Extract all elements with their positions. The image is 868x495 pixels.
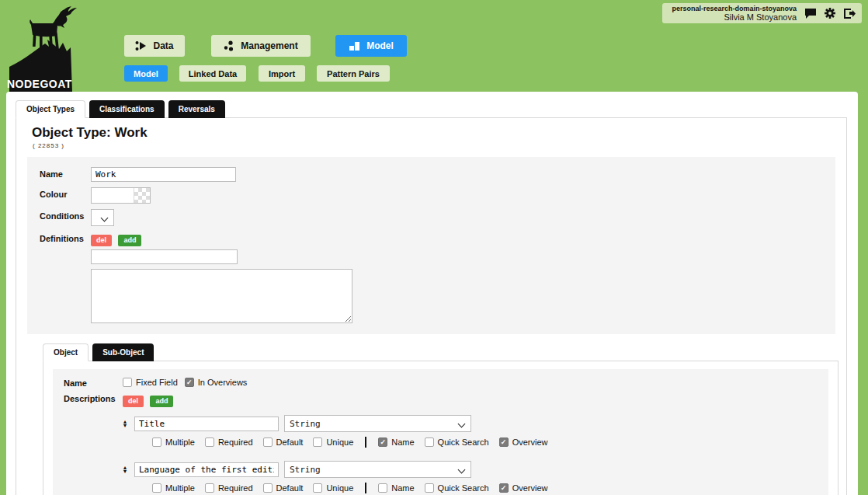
- subnav-pattern-pairs-label: Pattern Pairs: [327, 69, 380, 78]
- colour-value-field[interactable]: [92, 188, 134, 203]
- description-name-input[interactable]: [134, 462, 279, 477]
- tab-reversals-label: Reversals: [179, 105, 215, 113]
- page-title: Object Type: Work: [32, 125, 846, 141]
- nav-model-label: Model: [366, 40, 394, 51]
- description-type-select[interactable]: String: [284, 415, 471, 432]
- definitions-del-button[interactable]: del: [91, 235, 112, 246]
- default-option[interactable]: Default: [263, 483, 304, 493]
- required-option[interactable]: Required: [205, 437, 253, 447]
- name-checkbox[interactable]: [378, 483, 387, 493]
- main-content: Object Types Classifications Reversals O…: [6, 92, 858, 495]
- subnav-linked-data-label: Linked Data: [189, 69, 237, 78]
- tab-classifications[interactable]: Classifications: [89, 100, 165, 118]
- subnav-import-button[interactable]: Import: [259, 65, 305, 82]
- definition-text-area[interactable]: [91, 269, 352, 323]
- overview-option[interactable]: Overview: [499, 437, 548, 447]
- name-label: Name: [40, 167, 91, 179]
- required-checkbox[interactable]: [205, 483, 214, 493]
- multiple-checkbox[interactable]: [152, 483, 161, 493]
- logo-wordmark: NODEGOAT: [7, 78, 72, 90]
- subnav-linked-data-button[interactable]: Linked Data: [179, 65, 246, 82]
- object-type-id: ( 22853 ): [33, 142, 846, 149]
- logout-icon[interactable]: [843, 8, 856, 19]
- multiple-option[interactable]: Multiple: [152, 483, 195, 493]
- colour-transparency-swatch[interactable]: [134, 188, 150, 203]
- quick-search-checkbox[interactable]: [425, 483, 434, 493]
- unique-checkbox[interactable]: [313, 437, 322, 447]
- colour-picker[interactable]: [91, 187, 151, 204]
- default-checkbox[interactable]: [263, 437, 273, 447]
- data-icon: [135, 40, 147, 51]
- colour-label: Colour: [40, 187, 91, 199]
- object-name-label: Name: [64, 377, 123, 388]
- sort-handle-icon[interactable]: [121, 420, 129, 427]
- descriptions-add-button[interactable]: add: [150, 396, 173, 407]
- name-input[interactable]: [91, 167, 236, 182]
- nav-management-label: Management: [241, 40, 297, 51]
- sort-handle-icon[interactable]: [121, 465, 129, 473]
- definition-name-input[interactable]: [91, 249, 238, 264]
- default-checkbox[interactable]: [263, 483, 273, 493]
- overview-checkbox[interactable]: [499, 483, 509, 493]
- main-tabs: Object Types Classifications Reversals: [16, 100, 225, 118]
- nav-data-button[interactable]: Data: [124, 35, 185, 57]
- unique-checkbox[interactable]: [313, 483, 322, 493]
- messages-icon[interactable]: [804, 8, 817, 19]
- required-option[interactable]: Required: [205, 483, 253, 493]
- fixed-field-checkbox[interactable]: [123, 378, 132, 387]
- tab-sub-object-label: Sub-Object: [102, 348, 144, 357]
- default-option[interactable]: Default: [263, 437, 304, 447]
- tab-object[interactable]: Object: [43, 343, 89, 361]
- user-info: personal-research-domain-stoyanova Silvi…: [672, 5, 797, 23]
- name-checkbox[interactable]: [378, 437, 387, 447]
- object-subobject-tabs: Object Sub-Object: [43, 343, 846, 361]
- description-row: String Multiple Required: [121, 461, 818, 493]
- checkbox-group-separator: [365, 483, 366, 493]
- conditions-label: Conditions: [40, 209, 91, 221]
- tab-sub-object[interactable]: Sub-Object: [92, 343, 154, 361]
- name-option[interactable]: Name: [378, 483, 414, 493]
- tab-classifications-label: Classifications: [99, 105, 155, 113]
- fixed-field-option[interactable]: Fixed Field: [123, 378, 178, 387]
- multiple-option[interactable]: Multiple: [152, 437, 195, 447]
- fixed-field-label: Fixed Field: [136, 378, 178, 387]
- subnav-model-button[interactable]: Model: [124, 65, 168, 82]
- description-name-input[interactable]: [134, 417, 279, 431]
- description-type-value: String: [290, 419, 321, 429]
- management-icon: [224, 40, 234, 51]
- unique-option[interactable]: Unique: [313, 437, 353, 447]
- description-type-select[interactable]: String: [284, 461, 471, 478]
- object-panel: Name Fixed Field In Overviews Descripti: [43, 361, 838, 495]
- model-icon: [349, 40, 360, 51]
- quick-search-option[interactable]: Quick Search: [425, 483, 489, 493]
- overview-checkbox[interactable]: [499, 437, 509, 447]
- overview-option[interactable]: Overview: [499, 483, 548, 493]
- nav-model-button[interactable]: Model: [335, 35, 407, 57]
- tab-reversals[interactable]: Reversals: [168, 100, 225, 118]
- nodegoat-logo[interactable]: NODEGOAT: [5, 3, 84, 92]
- tab-object-label: Object: [54, 348, 78, 357]
- tab-object-types[interactable]: Object Types: [16, 100, 85, 118]
- object-type-panel: Object Type: Work ( 22853 ) Name Colour …: [16, 117, 847, 495]
- in-overviews-label: In Overviews: [198, 378, 248, 387]
- required-checkbox[interactable]: [205, 437, 214, 447]
- user-name: Silvia M Stoyanova: [672, 12, 797, 23]
- conditions-select[interactable]: [91, 209, 114, 226]
- object-form: Name Fixed Field In Overviews Descripti: [53, 369, 828, 495]
- in-overviews-checkbox[interactable]: [185, 378, 194, 387]
- subnav-pattern-pairs-button[interactable]: Pattern Pairs: [317, 65, 390, 82]
- definitions-add-button[interactable]: add: [118, 235, 141, 246]
- tab-object-types-label: Object Types: [26, 105, 75, 113]
- in-overviews-option[interactable]: In Overviews: [185, 378, 248, 387]
- settings-gear-icon[interactable]: [824, 7, 836, 19]
- name-option[interactable]: Name: [378, 437, 414, 447]
- quick-search-checkbox[interactable]: [425, 437, 434, 447]
- nav-management-button[interactable]: Management: [211, 35, 311, 57]
- subnav-model-label: Model: [134, 69, 158, 78]
- quick-search-option[interactable]: Quick Search: [425, 437, 489, 447]
- multiple-checkbox[interactable]: [152, 437, 161, 447]
- unique-option[interactable]: Unique: [313, 483, 353, 493]
- user-account-box[interactable]: personal-research-domain-stoyanova Silvi…: [662, 3, 862, 23]
- descriptions-del-button[interactable]: del: [123, 396, 144, 407]
- object-type-form: Name Colour Conditions Definitions del a…: [27, 157, 835, 334]
